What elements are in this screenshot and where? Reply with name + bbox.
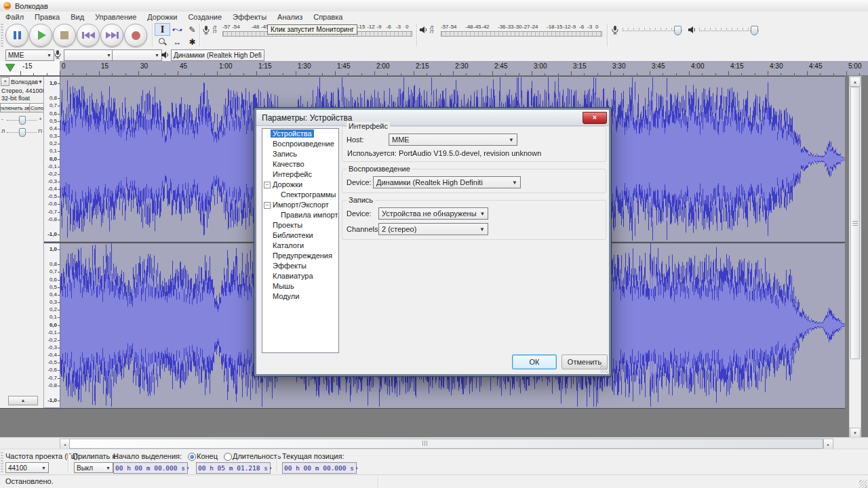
tree-item-label[interactable]: Мышь xyxy=(271,282,296,290)
scroll-up-arrow-icon[interactable] xyxy=(850,77,861,87)
host-combobox[interactable]: MME xyxy=(5,49,54,61)
tree-item-label[interactable]: Интерфейс xyxy=(271,170,314,178)
selection-end-field[interactable]: 00 h 05 m 01.218 s xyxy=(196,462,271,474)
track-close-button[interactable] xyxy=(1,77,9,86)
tree-item-6[interactable]: Дорожки xyxy=(262,180,338,190)
length-radio[interactable] xyxy=(224,453,232,461)
dialog-title-bar[interactable]: Параметры: Устройства xyxy=(256,110,609,126)
dialog-close-button[interactable] xyxy=(583,112,607,124)
playback-meter[interactable]: ЛП -57-54-48-45-42-36-33-30-27-24-18-15-… xyxy=(418,24,605,37)
current-position-field[interactable]: 00 h 00 m 00.000 s xyxy=(282,462,357,474)
menu-item-2[interactable]: Правка xyxy=(29,12,65,22)
scroll-right-arrow-icon[interactable]: ▸ xyxy=(823,439,833,449)
timeline-pin-icon[interactable] xyxy=(5,64,15,71)
output-volume-thumb[interactable] xyxy=(751,26,758,35)
tree-item-label[interactable]: Модули xyxy=(271,292,301,300)
host-combobox[interactable]: MME xyxy=(389,134,517,146)
resize-grip[interactable] xyxy=(859,480,867,488)
tree-item-label[interactable]: Библиотеки xyxy=(271,231,315,239)
tree-item-1[interactable]: Устройства xyxy=(262,129,338,139)
menu-item-3[interactable]: Вид xyxy=(65,12,90,22)
recording-channels-combobox[interactable]: 2 (стерео) xyxy=(378,223,488,235)
tree-item-label[interactable]: Проекты xyxy=(271,221,304,229)
tree-item-13[interactable]: Предупреждения xyxy=(262,251,338,261)
tree-item-11[interactable]: Библиотеки xyxy=(262,230,338,241)
menu-item-9[interactable]: Справка xyxy=(308,12,348,22)
tree-item-17[interactable]: Модули xyxy=(262,291,338,302)
tree-item-5[interactable]: Интерфейс xyxy=(262,169,338,180)
tree-collapse-icon[interactable] xyxy=(264,182,271,188)
vertical-ruler-right-channel[interactable]: 1,00,80,70,60,50,40,30,20,10,0-0,1-0,2-0… xyxy=(44,243,60,407)
tree-item-10[interactable]: Проекты xyxy=(262,220,338,230)
horizontal-scrollbar[interactable]: ◂ ▸ xyxy=(0,437,868,449)
fast-forward-button[interactable] xyxy=(100,24,123,47)
tree-item-label[interactable]: Предупреждения xyxy=(271,251,334,260)
snap-to-combobox[interactable]: Выкл xyxy=(74,462,113,473)
tree-item-label[interactable]: Эффекты xyxy=(271,262,309,270)
tree-item-label[interactable]: Запись xyxy=(271,150,299,158)
dialog-resize-grip[interactable] xyxy=(600,365,608,373)
pan-slider[interactable]: Л П xyxy=(1,127,42,137)
tree-item-16[interactable]: Мышь xyxy=(262,281,338,291)
playback-device-combobox[interactable]: Динамики (Realtek High Defi xyxy=(171,49,264,61)
tree-item-label[interactable]: Качество xyxy=(271,160,307,168)
zoom-tool-button[interactable] xyxy=(155,35,170,48)
track-menu-caret-icon[interactable] xyxy=(38,79,43,84)
tree-item-label[interactable]: Правила импорта xyxy=(279,211,339,219)
timeshift-tool-button[interactable]: ↔ xyxy=(170,35,185,48)
play-button[interactable] xyxy=(29,24,52,47)
tree-item-label[interactable]: Клавиатура xyxy=(271,272,315,280)
mute-button[interactable]: Отключить звук xyxy=(0,103,30,113)
horizontal-scroll-thumb[interactable] xyxy=(69,439,823,449)
draw-tool-button[interactable]: ✎ xyxy=(184,23,200,36)
track-collapse-button[interactable] xyxy=(8,396,38,405)
timeline-ruler[interactable]: -1501530451:001:151:301:452:002:152:302:… xyxy=(0,61,868,76)
tree-item-label[interactable]: Воспроизведение xyxy=(271,140,336,148)
menu-item-4[interactable]: Управление xyxy=(90,12,142,22)
tree-item-12[interactable]: Каталоги xyxy=(262,241,338,251)
tree-item-label[interactable]: Каталоги xyxy=(271,241,306,249)
envelope-tool-button[interactable] xyxy=(170,23,185,36)
menu-item-1[interactable]: Файл xyxy=(0,12,29,22)
recording-channels-combobox[interactable] xyxy=(112,49,162,61)
toolbar-grip[interactable] xyxy=(1,452,3,472)
pan-thumb[interactable] xyxy=(19,128,26,137)
playback-device-combobox[interactable]: Динамики (Realtek High Definiti xyxy=(373,176,521,188)
gain-thumb[interactable] xyxy=(19,116,26,125)
record-button[interactable] xyxy=(124,24,147,47)
tree-item-4[interactable]: Качество xyxy=(262,159,338,169)
menu-item-5[interactable]: Дорожки xyxy=(142,12,182,22)
menu-item-7[interactable]: Эффекты xyxy=(227,12,272,22)
vertical-ruler-left-channel[interactable]: 1,00,80,70,60,50,40,30,20,10,0-0,1-0,2-0… xyxy=(44,77,60,241)
end-radio-label[interactable]: Конец xyxy=(197,452,218,460)
tree-item-label[interactable]: Импорт/Экспорт xyxy=(271,201,331,209)
input-volume-slider[interactable] xyxy=(623,25,682,35)
menu-item-6[interactable]: Создание xyxy=(182,12,227,22)
pause-button[interactable] xyxy=(5,24,28,47)
tree-item-3[interactable]: Запись xyxy=(262,149,338,159)
length-radio-label[interactable]: Длительность xyxy=(233,452,281,460)
solo-button[interactable]: Соло xyxy=(29,103,44,113)
input-volume-thumb[interactable] xyxy=(674,26,682,35)
ok-button[interactable]: ОК xyxy=(512,354,557,369)
output-volume-slider[interactable] xyxy=(699,25,759,35)
gain-slider[interactable]: - + xyxy=(1,115,42,125)
menu-item-8[interactable]: Анализ xyxy=(272,12,308,22)
selection-tool-button[interactable]: I xyxy=(155,23,170,36)
project-rate-combobox[interactable]: 44100 xyxy=(5,462,49,473)
tree-item-8[interactable]: Импорт/Экспорт xyxy=(262,200,338,210)
tree-collapse-icon[interactable] xyxy=(264,202,271,209)
recording-device-combobox[interactable]: Устройства не обнаружены xyxy=(378,207,488,220)
vertical-scrollbar[interactable] xyxy=(849,76,861,439)
tree-item-9[interactable]: Правила импорта xyxy=(262,210,338,220)
tree-item-14[interactable]: Эффекты xyxy=(262,261,338,271)
tree-item-15[interactable]: Клавиатура xyxy=(262,271,338,281)
tree-item-label[interactable]: Устройства xyxy=(271,129,314,138)
vertical-scroll-thumb[interactable] xyxy=(850,87,860,359)
tree-item-7[interactable]: Спектрограммы xyxy=(262,190,338,200)
rewind-button[interactable] xyxy=(77,24,100,47)
multi-tool-button[interactable]: ✱ xyxy=(184,35,200,48)
scroll-left-arrow-icon[interactable]: ◂ xyxy=(60,439,70,449)
scroll-down-arrow-icon[interactable] xyxy=(850,428,861,438)
tree-item-2[interactable]: Воспроизведение xyxy=(262,139,338,149)
